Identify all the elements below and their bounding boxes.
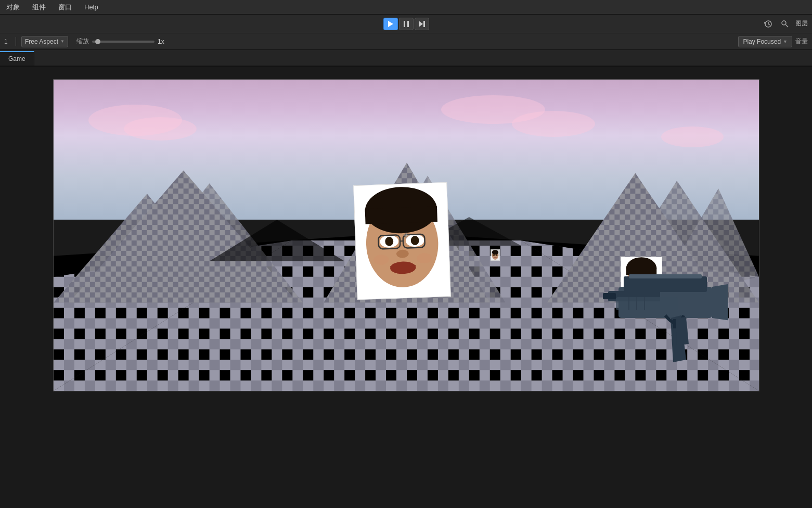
face-svg-far (491, 249, 499, 261)
svg-rect-79 (629, 274, 702, 278)
pause-button[interactable] (399, 18, 414, 30)
tab-bar: Game (0, 50, 812, 67)
svg-point-69 (493, 255, 495, 256)
audio-label: 音量 (795, 37, 808, 46)
aspect-chevron: ▼ (60, 39, 65, 44)
menu-component[interactable]: 组件 (30, 2, 48, 13)
svg-rect-2 (407, 21, 409, 27)
svg-rect-1 (404, 21, 405, 27)
svg-rect-74 (624, 276, 707, 292)
gun-svg (546, 193, 728, 391)
menubar: 对象 组件 窗口 Help (0, 0, 812, 15)
svg-rect-4 (423, 21, 425, 27)
menu-help[interactable]: Help (82, 2, 100, 12)
face-svg-main (354, 182, 450, 300)
menu-object[interactable]: 对象 (4, 2, 22, 13)
svg-point-6 (782, 21, 786, 25)
scale-control: 缩放 1x (72, 37, 164, 46)
step-button[interactable] (415, 18, 429, 30)
face-sprite-far (491, 249, 500, 261)
scale-value: 1x (158, 38, 164, 45)
svg-marker-78 (676, 317, 689, 345)
aspect-label: Free Aspect (25, 38, 58, 45)
play-focused-button[interactable]: Play Focused ▼ (738, 36, 792, 47)
search-icon[interactable] (779, 18, 791, 30)
svg-rect-83 (616, 297, 678, 310)
svg-point-68 (492, 250, 498, 255)
toolbar-right: 图层 (762, 18, 808, 30)
scale-text: 缩放 (76, 37, 89, 46)
aspect-dropdown[interactable]: Free Aspect ▼ (21, 36, 68, 47)
svg-point-70 (495, 255, 497, 256)
svg-rect-77 (673, 319, 676, 328)
face-sprite-main (353, 182, 451, 300)
toolbar: 图层 (0, 15, 812, 33)
play-focused-chevron: ▼ (783, 39, 788, 44)
menu-window[interactable]: 窗口 (56, 2, 74, 13)
gameview-right-controls: Play Focused ▼ 音量 (738, 36, 808, 47)
svg-marker-0 (388, 21, 393, 27)
svg-line-7 (786, 24, 789, 27)
svg-rect-73 (603, 293, 616, 299)
gameview-toolbar: 1 Free Aspect ▼ 缩放 1x Play Focused ▼ 音量 (0, 33, 812, 50)
game-viewport[interactable]: + (53, 79, 759, 391)
history-icon[interactable] (762, 18, 775, 30)
layer-label[interactable]: 图层 (795, 19, 808, 28)
play-button[interactable] (383, 18, 398, 30)
svg-rect-41 (365, 206, 437, 224)
game-scene: + (54, 80, 759, 391)
play-focused-label: Play Focused (743, 38, 781, 45)
scale-knob (95, 39, 100, 44)
display-number: 1 (4, 38, 10, 45)
scale-slider[interactable] (92, 41, 154, 43)
crosshair: + (403, 230, 409, 240)
svg-marker-3 (419, 21, 423, 27)
svg-marker-75 (712, 284, 728, 321)
tab-game[interactable]: Game (0, 51, 34, 66)
playback-controls (383, 18, 429, 30)
